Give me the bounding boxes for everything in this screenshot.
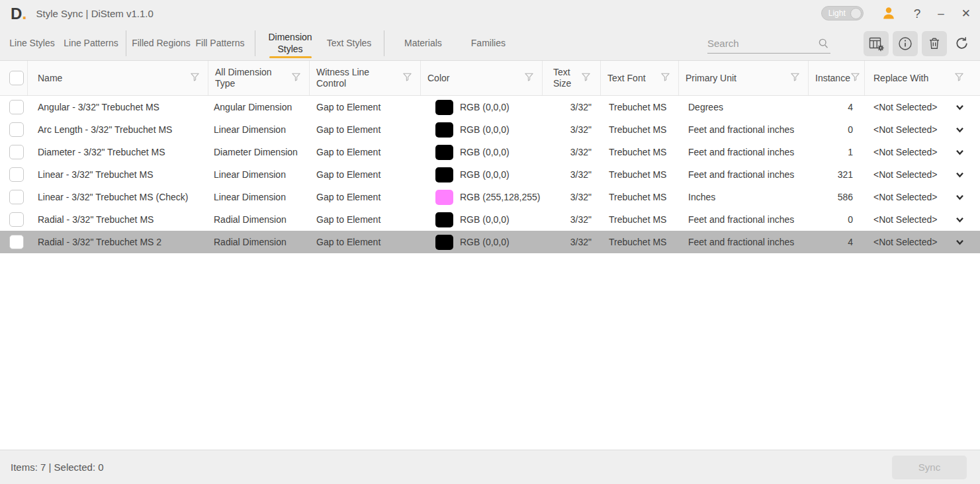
table-row[interactable]: Radial - 3/32" Trebuchet MS Radial Dimen… — [0, 208, 980, 231]
cell-name: Radial - 3/32" Trebuchet MS 2 — [28, 231, 208, 253]
toolbar-right — [707, 26, 972, 60]
cell-text-size: 3/32" — [543, 118, 601, 141]
column-header-text-font[interactable]: Text Font — [601, 61, 679, 95]
minimize-button[interactable]: – — [938, 8, 944, 19]
tab-fill-patterns[interactable]: Fill Patterns — [191, 26, 249, 60]
column-header-replace-with[interactable]: Replace With — [865, 61, 980, 95]
info-button[interactable] — [893, 31, 918, 56]
table-row[interactable]: Linear - 3/32" Trebuchet MS Linear Dimen… — [0, 163, 980, 186]
tab-filled-regions[interactable]: Filled Regions — [132, 26, 191, 60]
column-header-dimension-type[interactable]: All Dimension Type — [208, 61, 310, 95]
tab-dimension-styles[interactable]: Dimension Styles — [261, 26, 320, 60]
theme-toggle-label: Light — [828, 9, 846, 18]
delete-button[interactable] — [922, 31, 947, 56]
cell-text-size: 3/32" — [543, 96, 601, 118]
row-checkbox[interactable] — [9, 235, 24, 249]
cell-name: Linear - 3/32" Trebuchet MS — [28, 163, 208, 186]
search-input[interactable] — [707, 38, 813, 49]
replace-with-dropdown[interactable]: <Not Selected> — [865, 163, 980, 186]
theme-toggle[interactable]: Light — [821, 6, 864, 20]
color-swatch — [435, 190, 453, 205]
table-row[interactable]: Radial - 3/32" Trebuchet MS 2 Radial Dim… — [0, 231, 980, 253]
replace-with-dropdown[interactable]: <Not Selected> — [865, 141, 980, 163]
trash-icon — [927, 36, 942, 51]
column-label: Instance — [815, 73, 850, 84]
title-bar-controls: Light ? – ✕ — [821, 5, 971, 21]
replace-with-value: <Not Selected> — [873, 124, 938, 135]
tab-line-patterns[interactable]: Line Patterns — [62, 26, 120, 60]
tab-line-styles[interactable]: Line Styles — [3, 26, 62, 60]
refresh-button[interactable] — [951, 31, 972, 56]
row-checkbox-cell — [0, 163, 28, 186]
color-rgb-label: RGB (0,0,0) — [460, 102, 510, 112]
cell-dimension-type: Linear Dimension — [208, 186, 310, 208]
cell-color: RGB (0,0,0) — [421, 231, 543, 253]
replace-with-value: <Not Selected> — [873, 237, 938, 247]
close-button[interactable]: ✕ — [961, 8, 971, 19]
toolbar: Line Styles Line Patterns Filled Regions… — [0, 26, 980, 61]
filter-icon[interactable] — [190, 72, 200, 85]
chevron-down-icon — [956, 171, 964, 179]
cell-text-font: Trebuchet MS — [601, 118, 679, 141]
row-checkbox-cell — [0, 208, 28, 231]
color-swatch — [435, 122, 453, 138]
select-all-checkbox[interactable] — [9, 71, 24, 85]
color-swatch — [435, 235, 453, 250]
column-header-primary-unit[interactable]: Primary Unit — [679, 61, 809, 95]
replace-with-dropdown[interactable]: <Not Selected> — [865, 186, 980, 208]
help-button[interactable]: ? — [914, 7, 921, 20]
table-row[interactable]: Diameter - 3/32" Trebuchet MS Diameter D… — [0, 141, 980, 163]
replace-with-dropdown[interactable]: <Not Selected> — [865, 96, 980, 118]
tab-families[interactable]: Families — [457, 26, 520, 60]
cell-name: Angular - 3/32" Trebuchet MS — [28, 96, 208, 118]
row-checkbox[interactable] — [9, 145, 24, 159]
column-header-name[interactable]: Name — [28, 61, 208, 95]
column-header-text-size[interactable]: Text Size — [543, 61, 601, 95]
table-row[interactable]: Linear - 3/32" Trebuchet MS (Check) Line… — [0, 186, 980, 208]
cell-color: RGB (0,0,0) — [421, 208, 543, 231]
tab-text-styles[interactable]: Text Styles — [320, 26, 379, 60]
cell-primary-unit: Feet and fractional inches — [679, 208, 809, 231]
tab-label: Materials — [404, 38, 442, 50]
color-rgb-label: RGB (0,0,0) — [460, 169, 510, 180]
filter-icon[interactable] — [291, 72, 301, 85]
cell-text-font: Trebuchet MS — [601, 96, 679, 118]
cell-dimension-type: Radial Dimension — [208, 231, 310, 253]
column-header-witness-line[interactable]: Witness Line Control — [310, 61, 421, 95]
table-row[interactable]: Angular - 3/32" Trebuchet MS Angular Dim… — [0, 96, 980, 118]
replace-with-dropdown[interactable]: <Not Selected> — [865, 231, 980, 253]
row-checkbox[interactable] — [9, 167, 24, 182]
filter-icon[interactable] — [402, 72, 412, 85]
cell-primary-unit: Degrees — [679, 96, 809, 118]
table-body: Angular - 3/32" Trebuchet MS Angular Dim… — [0, 96, 980, 450]
chevron-down-icon — [956, 148, 964, 157]
cell-text-size: 3/32" — [543, 141, 601, 163]
filter-icon[interactable] — [850, 72, 860, 85]
filter-icon[interactable] — [524, 72, 534, 85]
cell-color: RGB (0,0,0) — [421, 163, 543, 186]
tab-materials[interactable]: Materials — [390, 26, 457, 60]
cell-text-font: Trebuchet MS — [601, 186, 679, 208]
table-settings-icon — [868, 35, 885, 52]
row-checkbox[interactable] — [9, 212, 24, 227]
color-rgb-label: RGB (255,128,255) — [460, 192, 540, 202]
column-header-color[interactable]: Color — [421, 61, 543, 95]
filter-icon[interactable] — [660, 72, 670, 85]
cell-text-size: 3/32" — [543, 186, 601, 208]
table-row[interactable]: Arc Length - 3/32" Trebuchet MS Linear D… — [0, 118, 980, 141]
column-header-instance[interactable]: Instance — [809, 61, 865, 95]
row-checkbox[interactable] — [9, 122, 24, 137]
sync-button[interactable]: Sync — [892, 456, 967, 479]
chevron-down-icon — [956, 193, 964, 202]
user-icon[interactable] — [881, 5, 897, 21]
row-checkbox[interactable] — [9, 190, 24, 204]
row-checkbox[interactable] — [9, 100, 24, 114]
cell-dimension-type: Angular Dimension — [208, 96, 310, 118]
filter-icon[interactable] — [581, 72, 591, 85]
cell-color: RGB (255,128,255) — [421, 186, 543, 208]
replace-with-dropdown[interactable]: <Not Selected> — [865, 118, 980, 141]
filter-icon[interactable] — [790, 72, 800, 85]
replace-with-dropdown[interactable]: <Not Selected> — [865, 208, 980, 231]
column-settings-button[interactable] — [864, 31, 889, 56]
filter-icon[interactable] — [954, 72, 964, 85]
